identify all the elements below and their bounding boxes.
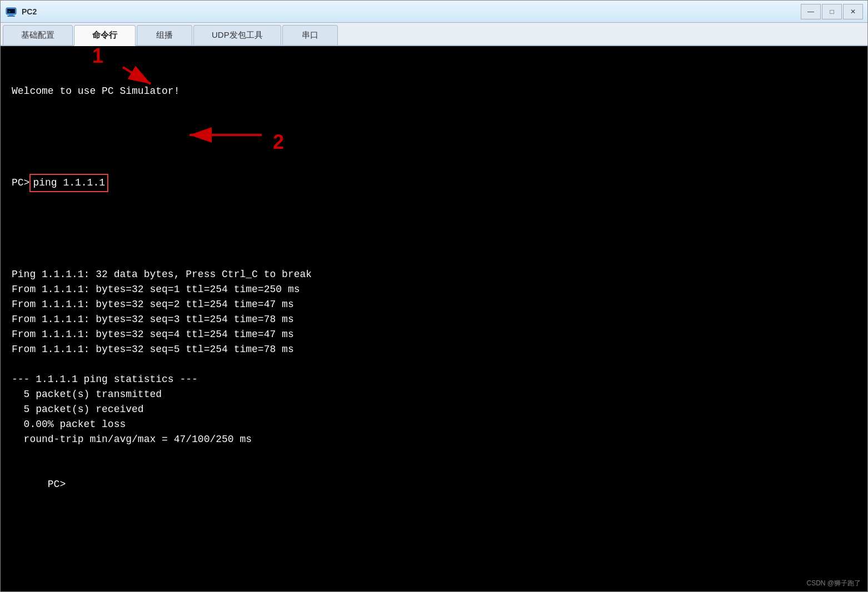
terminal-content: Welcome to use PC Simulator! PC>ping 1.1… — [12, 54, 856, 267]
output-line-6 — [12, 357, 856, 372]
window-title: PC2 — [22, 7, 37, 16]
title-bar: >_ PC2 — □ ✕ — [1, 1, 867, 23]
output-line-11: round-trip min/avg/max = 47/100/250 ms — [12, 432, 856, 447]
tab-serial[interactable]: 串口 — [282, 25, 338, 45]
output-line-3: From 1.1.1.1: bytes=32 seq=3 ttl=254 tim… — [12, 312, 856, 327]
terminal-area[interactable]: Welcome to use PC Simulator! PC>ping 1.1… — [1, 46, 867, 591]
tab-basic-config[interactable]: 基础配置 — [3, 25, 73, 45]
terminal-output: Ping 1.1.1.1: 32 data bytes, Press Ctrl_… — [12, 267, 856, 462]
command-line: PC>ping 1.1.1.1 — [12, 174, 856, 192]
close-button[interactable]: ✕ — [843, 4, 863, 19]
window-controls: — □ ✕ — [801, 4, 863, 19]
output-line-5: From 1.1.1.1: bytes=32 seq=5 ttl=254 tim… — [12, 342, 856, 357]
output-blank — [12, 447, 856, 462]
svg-rect-2 — [7, 16, 15, 17]
output-line-8: 5 packet(s) transmitted — [12, 387, 856, 402]
output-line-10: 0.00% packet loss — [12, 417, 856, 432]
output-line-4: From 1.1.1.1: bytes=32 seq=4 ttl=254 tim… — [12, 327, 856, 342]
output-line-9: 5 packet(s) received — [12, 402, 856, 417]
cmd-box-wrapper: ping 1.1.1.1 — [29, 174, 108, 192]
watermark: CSDN @狮子跑了 — [806, 579, 861, 588]
tab-command-line[interactable]: 命令行 — [74, 25, 136, 46]
output-line-7: --- 1.1.1.1 ping statistics --- — [12, 372, 856, 387]
output-line-1: From 1.1.1.1: bytes=32 seq=1 ttl=254 tim… — [12, 282, 856, 297]
command-text: ping 1.1.1.1 — [29, 174, 108, 192]
final-prompt-line: PC> — [12, 462, 856, 507]
tab-multicast[interactable]: 组播 — [137, 25, 192, 45]
output-line-2: From 1.1.1.1: bytes=32 seq=2 ttl=254 tim… — [12, 297, 856, 312]
maximize-button[interactable]: □ — [822, 4, 842, 19]
svg-text:>_: >_ — [8, 9, 13, 14]
blank-line-2 — [12, 222, 856, 237]
minimize-button[interactable]: — — [801, 4, 821, 19]
tab-udp-tool[interactable]: UDP发包工具 — [193, 25, 281, 45]
main-window: >_ PC2 — □ ✕ 基础配置 命令行 组播 UDP发包工具 串口 — [0, 0, 868, 592]
prompt-text: PC> — [12, 175, 29, 190]
output-line-0: Ping 1.1.1.1: 32 data bytes, Press Ctrl_… — [12, 267, 856, 282]
title-bar-left: >_ PC2 — [5, 6, 37, 18]
tab-bar: 基础配置 命令行 组播 UDP发包工具 串口 — [1, 23, 867, 46]
blank-line-1 — [12, 129, 856, 144]
welcome-line: Welcome to use PC Simulator! — [12, 84, 856, 99]
app-icon: >_ — [5, 6, 17, 18]
